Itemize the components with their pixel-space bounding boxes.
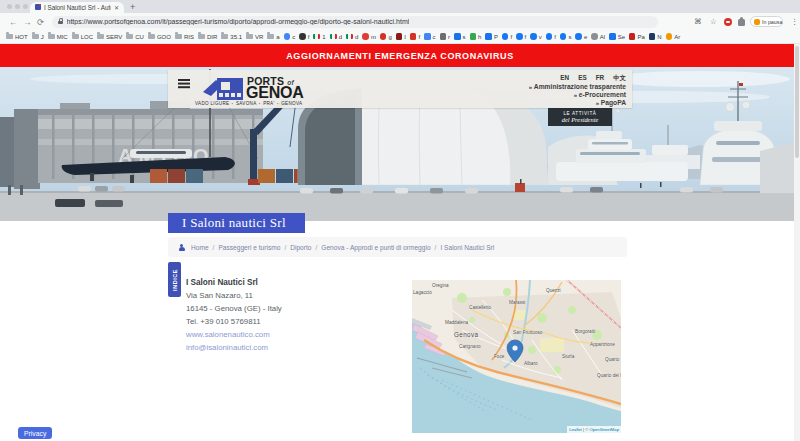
map-place-label: Quarto [605,357,619,362]
bookmark-item[interactable]: HOT [6,34,28,40]
map-place-label: Marassi [509,300,525,305]
header-link[interactable]: e-Procurement [529,91,626,99]
bookmark-icon [396,33,403,40]
language-link[interactable]: EN [560,74,569,83]
bookmark-item[interactable]: Se [609,33,625,40]
browser-window: I Saloni Nautici Srl - Autorità d... ✕ +… [0,0,800,441]
location-map[interactable]: OreginaLagaccioQuezziCastellettoMarassiM… [412,280,621,433]
bookmark-item[interactable]: c [284,33,296,40]
website-link[interactable]: www.salonenautico.com [186,328,282,341]
bookmark-item[interactable]: h [470,33,482,40]
bookmark-item[interactable]: RIS [175,34,194,40]
bookmark-item[interactable]: f [546,33,556,40]
bookmark-item[interactable]: f [502,33,512,40]
bookmark-item[interactable]: e [575,33,587,40]
bookmark-item[interactable]: g [380,33,392,40]
privacy-button[interactable]: Privacy [18,427,52,439]
hamburger-menu-icon[interactable] [178,79,190,81]
language-link[interactable]: FR [596,74,605,83]
bookmark-icon [97,34,104,40]
bookmark-item[interactable]: a [267,34,279,40]
email-link[interactable]: info@isaloninautici.com [186,341,282,354]
tab-close-icon[interactable]: ✕ [114,4,119,11]
window-close-button[interactable] [7,4,12,9]
bookmark-item[interactable]: f [516,33,526,40]
indice-tab[interactable]: INDICE [168,262,181,297]
browser-tab[interactable]: I Saloni Nautici Srl - Autorità d... ✕ [30,2,124,14]
bookmark-icon [560,33,567,40]
breadcrumb-item[interactable]: I Saloni Nautici Srl [440,244,494,251]
bookmark-icon [32,34,39,40]
media-site-icon [754,19,760,25]
bookmark-item[interactable]: r [440,33,451,40]
page-scrollbar[interactable] [794,44,800,441]
bookmark-item[interactable]: DIR [198,34,217,40]
url-bar[interactable]: https://www.portsofgenoa.com/it/passegge… [52,16,658,28]
bookmark-item[interactable]: I [396,33,406,40]
scrollbar-thumb[interactable] [795,46,799,158]
bookmark-item[interactable]: s [560,33,572,40]
shortcut-icon[interactable]: ⌘ [694,17,702,26]
bookmark-item[interactable]: Ar [666,33,681,40]
bookmark-item[interactable]: f [410,33,420,40]
bookmark-item[interactable]: 1 [313,34,325,40]
phone: Tel. +39 010 5769811 [186,315,282,328]
bookmark-icon [126,34,133,40]
bookmark-item[interactable]: v [530,33,542,40]
bookmark-item[interactable]: P [485,33,498,40]
bookmark-item[interactable]: m [362,33,376,40]
bookmark-item[interactable]: f [299,33,309,40]
language-link[interactable]: ES [578,74,587,83]
bookmark-item[interactable]: Pa [629,33,645,40]
bookmark-icon [299,33,306,40]
map-place-label: Sturla [562,354,574,359]
reload-icon[interactable]: ⟳ [37,17,44,27]
bookmark-icon [6,34,13,40]
bookmark-icon [629,33,636,40]
language-link[interactable]: 中文 [613,74,626,83]
language-switcher: ENESFR中文 [560,74,626,83]
window-zoom-button[interactable] [23,4,28,9]
bookmark-item[interactable]: CU [126,34,144,40]
bookmark-item[interactable]: d [346,34,358,40]
bookmark-icon [221,34,228,40]
leaflet-link[interactable]: Leaflet [569,427,582,432]
browser-menu-icon[interactable]: ⋮ [791,17,799,26]
breadcrumb-item[interactable]: Genova - Approdi e punti di ormeggio [321,244,440,251]
address-line2: 16145 - Genova (GE) - Italy [186,302,282,315]
bookmark-icon [362,33,369,40]
bookmark-item[interactable]: 35.1 [221,34,242,40]
new-tab-button[interactable]: + [130,2,135,12]
bookmark-item[interactable]: c [424,33,436,40]
window-minimize-button[interactable] [15,4,20,9]
bookmark-item[interactable]: d [330,34,342,40]
bookmark-item[interactable]: J [32,34,44,40]
map-place-label: Borgoratti [575,329,595,334]
bookmark-item[interactable]: SERV [97,34,122,40]
extensions-puzzle-icon[interactable] [738,19,745,26]
bookmark-item[interactable]: MIC [48,34,68,40]
bookmark-item[interactable]: LOC [72,34,93,40]
coronavirus-alert-banner[interactable]: AGGIORNAMENTI EMERGENZA CORONAVIRUS [0,44,800,67]
bookmark-star-icon[interactable]: ☆ [710,17,717,26]
header-link[interactable]: Amministrazione trasparente [529,83,626,91]
breadcrumb-item[interactable]: Home [191,244,218,251]
media-paused-badge[interactable]: In pausa [750,16,783,27]
bookmark-item[interactable]: N [649,33,662,40]
breadcrumb-item[interactable]: Diporto [290,244,321,251]
ports-of-genoa-logo-icon[interactable] [201,74,245,104]
adblock-extension-icon[interactable] [724,18,732,26]
breadcrumb-home-icon[interactable] [178,244,185,251]
president-activities-badge[interactable]: LE ATTIVITÀ del Presidente [548,108,612,126]
back-icon[interactable]: ← [9,17,18,27]
osm-link[interactable]: OpenStreetMap [589,427,619,432]
bookmark-item[interactable]: GOO [148,34,171,40]
bookmark-item[interactable]: Al [591,33,605,40]
forward-icon[interactable]: → [23,17,32,27]
bookmark-icon [72,34,79,40]
bookmark-item[interactable]: s [454,33,466,40]
breadcrumb-item[interactable]: Passeggeri e turismo [218,244,290,251]
header-link[interactable]: PagoPA [529,99,626,107]
tab-strip: I Saloni Nautici Srl - Autorità d... ✕ + [0,0,800,13]
bookmark-item[interactable]: VR [246,34,263,40]
